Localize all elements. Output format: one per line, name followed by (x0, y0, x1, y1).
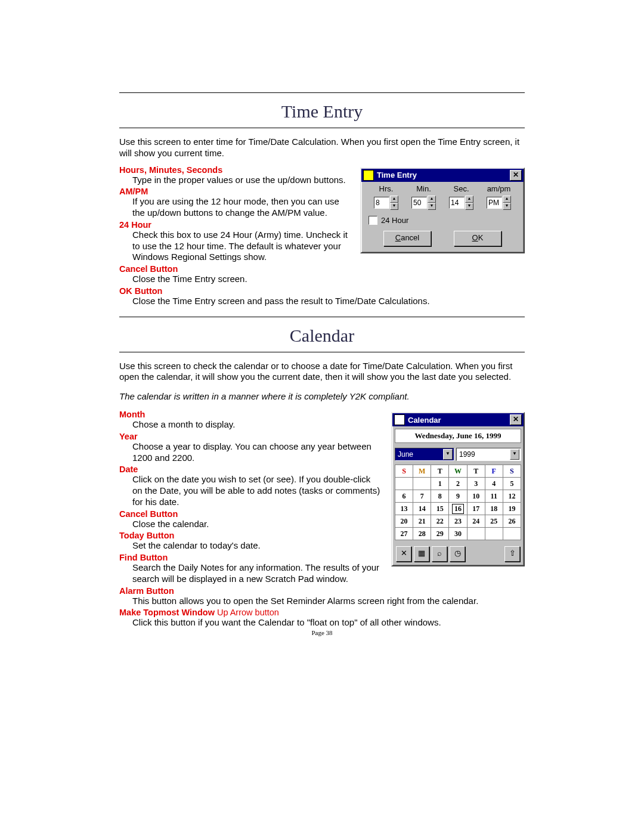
hrs-spinner[interactable]: ▲▼ (390, 196, 398, 210)
chevron-down-icon[interactable]: ▼ (390, 203, 398, 210)
term-cancel: Cancel Button (119, 264, 525, 274)
chevron-up-icon[interactable]: ▲ (503, 196, 511, 203)
calendar-day[interactable]: 12 (503, 490, 521, 503)
dow-header: W (449, 465, 467, 478)
calendar-day (503, 528, 521, 540)
ampm-spinner[interactable]: ▲▼ (503, 196, 511, 210)
section-title-calendar: Calendar (119, 326, 525, 346)
calendar-day[interactable]: 27 (395, 528, 413, 540)
term-alarm: Alarm Button (119, 586, 525, 596)
chevron-down-icon[interactable]: ▼ (465, 203, 473, 210)
calendar-day (413, 478, 431, 490)
calendar-day[interactable]: 23 (449, 515, 467, 528)
def-ok: Close the Time Entry screen and pass the… (132, 296, 525, 307)
cancel-button[interactable]: Cancel (383, 231, 431, 246)
min-label: Min. (405, 184, 442, 193)
sec-label: Sec. (442, 184, 480, 193)
make-topmost-button[interactable]: ⇧ (504, 546, 520, 562)
alarm-button[interactable]: ◷ (450, 546, 465, 562)
calendar-day[interactable]: 15 (431, 503, 449, 515)
dow-header: T (431, 465, 449, 478)
chevron-up-icon[interactable]: ▲ (465, 196, 473, 203)
term-topmost: Make Topmost Window Up Arrow button (119, 608, 525, 617)
close-icon[interactable]: ✕ (510, 414, 522, 425)
ampm-input[interactable]: PM (487, 197, 502, 209)
calendar-day (485, 528, 503, 540)
time-entry-app-icon (363, 170, 374, 181)
min-spinner[interactable]: ▲▼ (428, 196, 436, 210)
hrs-input[interactable]: 8 (374, 197, 389, 209)
term-ok: OK Button (119, 286, 525, 296)
calendar-app-icon (394, 414, 405, 425)
calendar-day[interactable]: 10 (467, 490, 485, 503)
calendar-day[interactable]: 20 (395, 515, 413, 528)
24hour-checkbox[interactable] (369, 216, 377, 225)
calendar-date-label: Wednesday, June 16, 1999 (395, 429, 521, 443)
hrs-label: Hrs. (367, 184, 405, 193)
sec-input[interactable]: 14 (449, 197, 465, 209)
calendar-day[interactable]: 4 (485, 478, 503, 490)
24hour-label: 24 Hour (381, 216, 408, 225)
dow-header: S (503, 465, 521, 478)
calendar-day[interactable]: 21 (413, 515, 431, 528)
time-entry-titlebar: Time Entry ✕ (361, 169, 524, 182)
calendar-day[interactable]: 11 (485, 490, 503, 503)
calendar-day[interactable]: 30 (449, 528, 467, 540)
calendar-day (467, 528, 485, 540)
calendar-day[interactable]: 3 (467, 478, 485, 490)
calendar-day[interactable]: 1 (431, 478, 449, 490)
dow-header: T (467, 465, 485, 478)
calendar-day[interactable]: 28 (413, 528, 431, 540)
dow-header: M (413, 465, 431, 478)
calendar-day[interactable]: 24 (467, 515, 485, 528)
calendar-day[interactable]: 13 (395, 503, 413, 515)
calendar-day[interactable]: 18 (485, 503, 503, 515)
time-entry-intro: Use this screen to enter time for Time/D… (119, 137, 525, 159)
chevron-up-icon[interactable]: ▲ (428, 196, 436, 203)
chevron-up-icon[interactable]: ▲ (390, 196, 398, 203)
chevron-down-icon[interactable]: ▼ (443, 449, 453, 460)
calendar-day[interactable]: 9 (449, 490, 467, 503)
def-alarm: This button allows you to open the Set R… (132, 596, 525, 607)
calendar-intro: Use this screen to check the calendar or… (119, 361, 525, 383)
chevron-down-icon[interactable]: ▼ (510, 449, 519, 460)
find-button[interactable]: ⌕ (432, 546, 447, 562)
cancel-button[interactable]: ✕ (396, 546, 411, 562)
ampm-label: am/pm (480, 184, 518, 193)
calendar-day[interactable]: 17 (467, 503, 485, 515)
calendar-titlebar: Calendar ✕ (392, 413, 524, 426)
time-entry-title: Time Entry (377, 171, 417, 179)
calendar-grid: SMTWTFS123456789101112131415161718192021… (395, 465, 521, 540)
month-select[interactable]: June▼ (395, 448, 454, 461)
chevron-down-icon[interactable]: ▼ (428, 203, 436, 210)
calendar-title: Calendar (408, 416, 441, 425)
calendar-day[interactable]: 2 (449, 478, 467, 490)
year-select[interactable]: 1999▼ (456, 448, 521, 461)
calendar-day[interactable]: 14 (413, 503, 431, 515)
dow-header: S (395, 465, 413, 478)
calendar-note: The calendar is written in a manner wher… (119, 391, 525, 401)
close-icon[interactable]: ✕ (510, 170, 522, 181)
min-input[interactable]: 50 (411, 197, 427, 209)
calendar-day[interactable]: 6 (395, 490, 413, 503)
page-number: Page 38 (0, 629, 644, 636)
ok-button[interactable]: OK (454, 231, 501, 246)
calendar-day (395, 478, 413, 490)
def-topmost: Click this button if you want the Calend… (132, 617, 525, 628)
sec-spinner[interactable]: ▲▼ (465, 196, 473, 210)
time-entry-window: Time Entry ✕ Hrs. Min. Sec. am/pm 8 ▲▼ 5… (360, 168, 525, 253)
calendar-day[interactable]: 5 (503, 478, 521, 490)
chevron-down-icon[interactable]: ▼ (503, 203, 511, 210)
calendar-day[interactable]: 25 (485, 515, 503, 528)
calendar-day[interactable]: 7 (413, 490, 431, 503)
calendar-day[interactable]: 29 (431, 528, 449, 540)
calendar-day[interactable]: 16 (449, 503, 467, 515)
section-title-time-entry: Time Entry (119, 101, 525, 122)
today-button[interactable]: ▦ (414, 546, 429, 562)
calendar-day[interactable]: 22 (431, 515, 449, 528)
calendar-day[interactable]: 8 (431, 490, 449, 503)
dow-header: F (485, 465, 503, 478)
calendar-day[interactable]: 26 (503, 515, 521, 528)
calendar-window: Calendar ✕ Wednesday, June 16, 1999 June… (391, 412, 525, 566)
calendar-day[interactable]: 19 (503, 503, 521, 515)
